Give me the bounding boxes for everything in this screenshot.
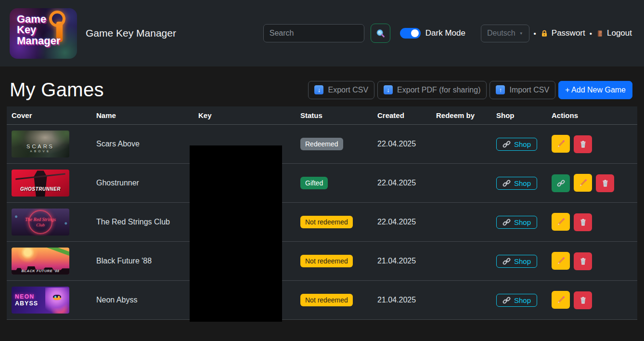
delete-button[interactable] xyxy=(574,135,592,153)
table-row: GHOSTRUNNER Ghostrunner Gifted 22.04.202… xyxy=(7,164,637,203)
main-content: My Games ↓ Export CSV ↓ Export PDF (for … xyxy=(0,66,644,320)
shop-label: Shop xyxy=(514,140,531,148)
add-new-game-button[interactable]: + Add New Game xyxy=(558,81,632,99)
language-dropdown[interactable]: Deutsch ▼ xyxy=(481,25,529,42)
separator-dot: • xyxy=(534,29,536,38)
row-actions xyxy=(547,125,637,164)
delete-button[interactable] xyxy=(574,252,592,270)
cover-text: NEON xyxy=(15,293,35,300)
row-actions xyxy=(547,164,637,203)
toolbar: ↓ Export CSV ↓ Export PDF (for sharing) … xyxy=(308,81,632,99)
game-name: Black Future '88 xyxy=(91,242,193,281)
app-header: Game Key Manager Game Key Manager Dark M… xyxy=(0,0,644,66)
game-name: Ghostrunner xyxy=(91,164,193,203)
toggle-knob xyxy=(411,29,419,37)
shop-label: Shop xyxy=(514,179,531,187)
shop-label: Shop xyxy=(514,218,531,226)
table-row: BLACK FUTURE '88 Black Future '88 Not re… xyxy=(7,242,637,281)
created-date: 22.04.2025 xyxy=(373,125,431,164)
magnifier-icon xyxy=(375,28,386,39)
shop-label: Shop xyxy=(514,257,531,265)
export-csv-label: Export CSV xyxy=(328,86,368,94)
page-title: My Games xyxy=(10,79,104,101)
shop-button[interactable]: Shop xyxy=(496,177,537,190)
edit-button[interactable] xyxy=(552,291,570,309)
row-actions xyxy=(547,242,637,281)
status-badge: Not redeemed xyxy=(300,255,353,267)
created-date: 22.04.2025 xyxy=(373,203,431,242)
game-name: Scars Above xyxy=(91,125,193,164)
edit-button[interactable] xyxy=(574,174,592,192)
delete-button[interactable] xyxy=(574,213,592,231)
import-csv-button[interactable]: ↑ Import CSV xyxy=(489,81,555,99)
table-header-row: CoverNameKeyStatusCreatedRedeem byShopAc… xyxy=(7,106,637,125)
shop-button[interactable]: Shop xyxy=(496,216,537,229)
created-date: 21.04.2025 xyxy=(373,281,431,320)
cover-text: GHOSTRUNNER xyxy=(20,186,61,192)
download-icon: ↓ xyxy=(314,85,323,94)
cover-text: Club xyxy=(36,223,45,228)
game-cover: NEONABYSS xyxy=(12,287,69,314)
gift-link-button[interactable] xyxy=(552,174,570,192)
dark-mode-toggle[interactable] xyxy=(400,28,421,39)
column-header: Status xyxy=(296,106,373,125)
upload-icon: ↑ xyxy=(496,85,505,94)
password-label: Passwort xyxy=(552,28,585,38)
game-cover: SCARSABOVE xyxy=(12,131,69,157)
dark-mode-label: Dark Mode xyxy=(425,28,465,38)
game-cover: GHOSTRUNNER xyxy=(12,170,69,197)
redeem-by xyxy=(431,203,491,242)
export-csv-button[interactable]: ↓ Export CSV xyxy=(308,81,374,99)
status-badge: Not redeemed xyxy=(300,294,353,306)
search-button[interactable] xyxy=(371,24,390,43)
created-date: 21.04.2025 xyxy=(373,242,431,281)
cover-text: ABYSS xyxy=(15,300,38,307)
cover-text: The Red Strings xyxy=(25,217,56,223)
search-input[interactable] xyxy=(263,24,364,42)
edit-button[interactable] xyxy=(552,213,570,231)
redeem-by xyxy=(431,281,491,320)
status-badge: Gifted xyxy=(300,177,328,189)
delete-button[interactable] xyxy=(574,291,592,309)
shop-button[interactable]: Shop xyxy=(496,294,537,307)
link-icon xyxy=(502,296,511,304)
language-selected: Deutsch xyxy=(487,29,515,38)
link-icon xyxy=(502,218,511,226)
shop-label: Shop xyxy=(514,296,531,304)
edit-button[interactable] xyxy=(552,135,570,153)
header-controls: Dark Mode Deutsch ▼ • Passwort • Logout xyxy=(263,24,632,43)
shop-button[interactable]: Shop xyxy=(496,138,537,151)
cover-text: BLACK FUTURE '88 xyxy=(12,269,69,274)
cover-text: ABOVE xyxy=(30,150,51,153)
shop-button[interactable]: Shop xyxy=(496,255,537,268)
password-link[interactable]: Passwort xyxy=(541,28,585,38)
app-logo-text: Game Key Manager xyxy=(10,8,77,47)
status-badge: Not redeemed xyxy=(300,216,353,228)
app-logo: Game Key Manager xyxy=(10,8,77,59)
status-badge: Redeemed xyxy=(300,138,343,150)
games-table-body: SCARSABOVE Scars Above Redeemed 22.04.20… xyxy=(7,125,637,320)
key-redaction-overlay xyxy=(190,145,282,322)
column-header: Cover xyxy=(7,106,91,125)
chevron-down-icon: ▼ xyxy=(519,31,523,36)
delete-button[interactable] xyxy=(596,174,614,192)
table-row: The Red StringsClub The Red Strings Club… xyxy=(7,203,637,242)
separator-dot: • xyxy=(590,29,592,38)
lock-icon xyxy=(541,29,548,38)
game-name: Neon Abyss xyxy=(91,281,193,320)
game-cover: The Red StringsClub xyxy=(12,209,69,236)
link-icon xyxy=(502,179,511,187)
dark-mode-group: Dark Mode xyxy=(400,28,465,39)
logout-link[interactable]: Logout xyxy=(596,28,632,38)
app-title: Game Key Manager xyxy=(86,27,176,39)
column-header: Actions xyxy=(547,106,637,125)
export-pdf-label: Export PDF (for sharing) xyxy=(397,86,480,94)
row-actions xyxy=(547,281,637,320)
game-cover: BLACK FUTURE '88 xyxy=(12,248,69,275)
edit-button[interactable] xyxy=(552,252,570,270)
column-header: Name xyxy=(91,106,193,125)
column-header: Redeem by xyxy=(431,106,491,125)
redeem-by xyxy=(431,242,491,281)
redeem-by xyxy=(431,164,491,203)
export-pdf-button[interactable]: ↓ Export PDF (for sharing) xyxy=(377,81,487,99)
